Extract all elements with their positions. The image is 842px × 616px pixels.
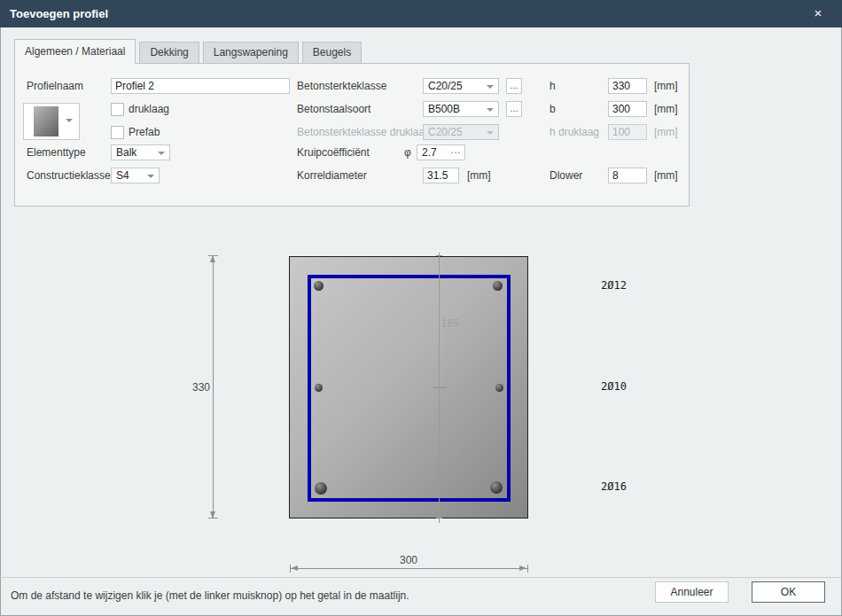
dim-330[interactable]: 330 [181,381,210,394]
b-input[interactable] [608,101,647,117]
constructieklasse-label: Constructieklasse [27,168,111,183]
h-label: h [550,78,556,94]
rebar-top-right [493,281,503,291]
constructieklasse-value: S4 [116,169,129,182]
elementtype-value: Balk [116,146,136,159]
rebar-bottom-left [315,482,327,495]
status-hint: Om de afstand te wijzigen klik je (met d… [11,589,409,602]
dimension-arrow [210,511,215,519]
betonsterkteklasse-druklaag-dropdown: C20/25 [423,124,499,140]
footer-divider [0,577,842,578]
rebar-mid-left [315,384,323,392]
korreldiameter-unit: [mm] [467,168,491,183]
rebar-label-mid: 2Ø10 [601,381,627,393]
dialog-toevoegen-profiel: Toevoegen profiel × Algemeen / Materiaal… [0,0,842,616]
betonsterkteklasse-druklaag-label: Betonsterkteklasse druklaag [297,124,431,140]
chevron-down-icon [158,152,165,155]
centerline-top-tick [436,255,442,256]
titlebar: Toevoegen profiel × [0,0,842,27]
rebar-label-top: 2Ø12 [601,280,627,292]
betonstaalsoort-dropdown[interactable]: B500B [423,101,499,117]
centerline-cross-tick [433,387,446,388]
rebar-bottom-right [490,481,503,494]
tab-beugels[interactable]: Beugels [302,42,362,64]
betonsterkteklasse-label: Betonsterkteklasse [297,78,386,94]
height-dimension-line [213,255,214,519]
ok-button[interactable]: OK [752,581,825,603]
dim-300[interactable]: 300 [382,554,435,566]
stirrup-outline [308,275,511,502]
chevron-down-icon [487,131,494,135]
betonstaalsoort-value: B500B [428,103,460,115]
betonstaalsoort-browse-button[interactable]: ... [506,101,522,117]
rebar-label-bottom: 2Ø16 [601,481,627,493]
tab-algemeen-materiaal[interactable]: Algemeen / Materiaal [14,39,136,64]
constructieklasse-dropdown[interactable]: S4 [111,168,160,183]
profile-color-swatch [34,106,58,136]
betonsterkteklasse-dropdown[interactable]: C20/25 [423,78,499,94]
chevron-down-icon [147,175,154,178]
width-dimension-line [290,568,527,569]
dimension-tick [527,565,528,573]
h-input[interactable] [608,78,647,94]
dlower-unit: [mm] [654,168,678,183]
betonstaalsoort-label: Betonstaalsoort [297,101,370,117]
tab-dekking[interactable]: Dekking [139,42,199,64]
tab-bar: Algemeen / Materiaal Dekking Langswapeni… [14,39,365,64]
rebar-mid-right [495,384,503,392]
kruipcoefficient-field[interactable]: 2.7 … [417,144,465,160]
close-icon[interactable]: × [805,0,831,27]
betonsterkteklasse-druklaag-value: C20/25 [428,126,463,138]
h-druklaag-input [608,124,647,140]
prefab-checkbox[interactable] [111,126,124,139]
kruipcoefficient-label: Kruipcoëfficiënt [297,144,370,160]
dlower-label: Dlower [550,168,582,183]
prefab-label: Prefab [129,124,160,140]
dimension-arrow [210,255,215,262]
h-druklaag-label: h druklaag [550,124,599,140]
b-unit: [mm] [654,101,678,117]
dialog-title: Toevoegen profiel [10,0,108,27]
druklaag-label: druklaag [129,101,169,117]
b-label: b [550,101,556,117]
elementtype-dropdown[interactable]: Balk [111,144,170,160]
elementtype-label: Elementtype [27,144,86,160]
kruipcoefficient-ellipsis-icon[interactable]: … [450,144,461,156]
profielnaam-label: Profielnaam [27,78,83,94]
dim-165-bottom[interactable]: 165 [441,448,459,460]
druklaag-checkbox[interactable] [111,103,124,116]
cancel-button[interactable]: Annuleer [655,581,729,603]
dimension-arrow [291,565,298,571]
betonsterkteklasse-value: C20/25 [428,80,463,92]
profile-color-dropdown[interactable] [23,103,80,140]
profielnaam-input[interactable] [111,78,290,94]
chevron-down-icon [487,108,494,112]
chevron-down-icon [487,85,494,89]
korreldiameter-label: Korreldiameter [297,168,367,183]
betonsterkteklasse-browse-button[interactable]: ... [506,78,522,94]
tab-langswapening[interactable]: Langswapening [203,42,299,64]
h-druklaag-unit: [mm] [654,124,678,140]
centerline-bottom-tick [436,518,442,519]
h-unit: [mm] [654,78,678,94]
rebar-top-left [314,281,324,291]
dim-165-top[interactable]: 165 [441,317,459,330]
chevron-down-icon [66,119,73,122]
phi-symbol: φ [404,144,411,160]
kruipcoefficient-value: 2.7 [422,146,437,159]
dlower-input[interactable] [608,168,647,183]
korreldiameter-input[interactable] [423,168,459,183]
dimension-arrow [519,565,526,571]
